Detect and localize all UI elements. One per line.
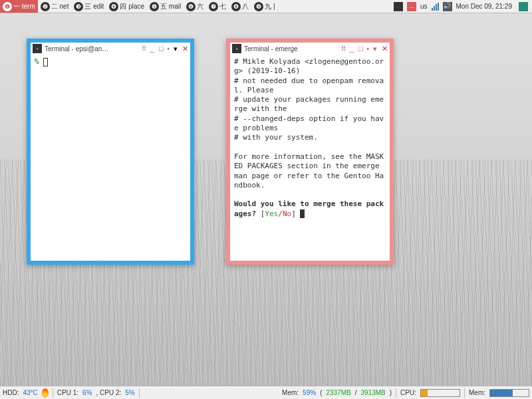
window-options-icon[interactable]: ⠿ [142,45,146,53]
cpu-usage-bar [420,389,460,397]
keyboard-layout[interactable]: us [420,3,428,10]
cursor [300,209,305,218]
cpu-bar-label: CPU: [400,389,416,396]
maximize-button[interactable]: □ [357,45,364,53]
window-title: Terminal - epsi@an… [45,45,139,53]
tray-terminal-icon[interactable]: › [394,2,403,11]
window-dot: • [366,45,369,53]
network-icon[interactable] [432,3,439,11]
workspace-8[interactable]: ❽八 [229,0,251,13]
workspace-3[interactable]: ❸三 edit [71,0,106,13]
titlebar[interactable]: › Terminal - epsi@an… ⠿ _ □ • ▾ ✕ [31,43,190,55]
mem-label: Mem: [282,389,299,396]
menu-icon[interactable] [519,2,528,11]
titlebar[interactable]: › Terminal - emerge ⠿ _ □ • ▾ ✕ [230,43,390,55]
volume-icon[interactable]: 🔊 [443,2,452,11]
terminal-window-emerge[interactable]: › Terminal - emerge ⠿ _ □ • ▾ ✕ # Mikle … [226,39,394,265]
workspace-2[interactable]: ❷二 net [38,0,72,13]
workspace-5[interactable]: ❺五 mail [147,0,184,13]
cursor [43,58,48,66]
close-button[interactable]: ✕ [182,45,188,53]
workspace-7[interactable]: ❼七 [206,0,229,13]
tray-notification-icon[interactable]: ... [407,2,416,11]
minimize-button[interactable]: _ [348,45,354,53]
shade-button[interactable]: ▾ [172,45,179,53]
mem-bar-label: Mem: [469,389,485,396]
top-panel: ❶一 term ❷二 net ❸三 edit ❹四 place ❺五 mail … [0,0,532,13]
bottom-panel: HDD: 43°C CPU 1:6%, CPU 2:5% Mem: 59% (2… [0,386,532,399]
hdd-temp: 43°C [23,389,37,396]
window-dot: • [167,45,170,53]
terminal-body[interactable]: % [31,55,190,261]
window-title: Terminal - emerge [244,45,338,53]
mem-usage-bar [489,389,529,397]
workspace-4[interactable]: ❹四 place [106,0,147,13]
minimize-button[interactable]: _ [148,45,155,53]
flame-icon [42,388,49,398]
terminal-icon: › [232,44,241,53]
hdd-label: HDD: [3,389,19,396]
shade-button[interactable]: ▾ [372,45,378,53]
maximize-button[interactable]: □ [158,45,164,53]
close-button[interactable]: ✕ [381,45,388,53]
workspace-6[interactable]: ❻六 [184,0,206,13]
mem-pct: 59% [303,389,316,396]
cpu-label: CPU 1: [57,389,78,396]
system-tray: › ... us 🔊 Mon Dec 09, 21:29 [390,2,532,11]
workspace-9[interactable]: ❾九 | [251,0,277,13]
terminal-icon: › [33,44,42,53]
terminal-body[interactable]: # Mikle Kolyada <zlogene@gentoo.org> (20… [230,55,390,261]
terminal-window-epsi[interactable]: › Terminal - epsi@an… ⠿ _ □ • ▾ ✕ % [27,39,194,265]
workspace-1[interactable]: ❶一 term [0,0,38,13]
clock[interactable]: Mon Dec 09, 21:29 [456,3,513,10]
window-options-icon[interactable]: ⠿ [341,45,345,53]
